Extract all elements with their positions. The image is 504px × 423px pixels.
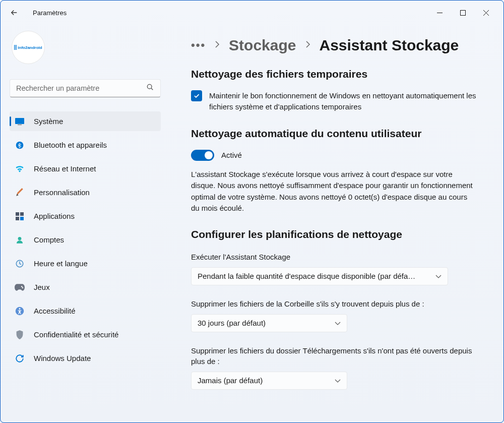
svg-point-13 — [18, 237, 22, 240]
toggle-state-label: Activé — [221, 151, 242, 159]
svg-point-18 — [19, 308, 21, 310]
svg-rect-1 — [460, 10, 465, 15]
close-button[interactable] — [474, 5, 497, 21]
svg-rect-11 — [16, 217, 19, 220]
maximize-button[interactable] — [451, 5, 474, 21]
brush-icon — [15, 188, 25, 198]
nav-item-apps[interactable]: Applications — [10, 206, 161, 226]
svg-line-5 — [151, 88, 153, 90]
window-title: Paramètres — [33, 9, 67, 17]
downloads-label: Supprimer les fichiers du dossier Téléch… — [191, 345, 473, 367]
nav-label: Accessibilité — [34, 307, 76, 315]
wifi-icon — [15, 164, 25, 174]
breadcrumb-ellipsis[interactable]: ••• — [191, 39, 206, 52]
dropdown-value: 30 jours (par défaut) — [198, 319, 266, 327]
nav-item-windows-update[interactable]: Windows Update — [10, 348, 161, 368]
apps-icon — [15, 211, 25, 221]
nav-item-accessibility[interactable]: Accessibilité — [10, 301, 161, 321]
svg-rect-7 — [18, 125, 22, 125]
nav-label: Personnalisation — [34, 188, 90, 197]
nav-item-system[interactable]: Système — [10, 111, 161, 131]
dropdown-value: Jamais (par défaut) — [198, 376, 263, 385]
sidebar: info2android Système — [1, 25, 167, 422]
nav-label: Réseau et Internet — [34, 164, 96, 173]
user-avatar[interactable]: info2android — [12, 31, 45, 64]
svg-point-16 — [22, 287, 24, 288]
globe-clock-icon — [15, 259, 25, 269]
run-schedule-label: Exécuter l'Assistant Stockage — [191, 252, 473, 262]
nav-item-gaming[interactable]: Jeux — [10, 277, 161, 297]
svg-point-4 — [147, 84, 152, 89]
temp-cleanup-label: Maintenir le bon fonctionnement de Windo… — [209, 90, 488, 112]
section-heading-auto: Nettoyage automatique du contenu utilisa… — [191, 128, 488, 140]
section-heading-temp: Nettoyage des fichiers temporaires — [191, 68, 488, 80]
auto-cleanup-description: L'assistant Stockage s'exécute lorsque v… — [191, 169, 473, 214]
search-box[interactable] — [10, 79, 161, 97]
search-input[interactable] — [16, 84, 146, 92]
temp-cleanup-checkbox[interactable] — [191, 90, 202, 101]
svg-rect-6 — [15, 118, 24, 124]
update-icon — [15, 353, 25, 364]
nav-item-time-language[interactable]: Heure et langue — [10, 254, 161, 273]
svg-point-15 — [21, 286, 23, 287]
nav-label: Heure et langue — [34, 259, 88, 268]
recycle-bin-dropdown[interactable]: 30 jours (par défaut) — [191, 314, 347, 332]
minimize-button[interactable] — [428, 5, 451, 21]
gamepad-icon — [15, 282, 25, 292]
nav-item-personalization[interactable]: Personnalisation — [10, 183, 161, 202]
svg-rect-10 — [20, 212, 24, 216]
nav-item-network[interactable]: Réseau et Internet — [10, 159, 161, 178]
nav-label: Windows Update — [34, 354, 91, 362]
recycle-bin-label: Supprimer les fichiers de la Corbeille s… — [191, 298, 473, 309]
nav-label: Bluetooth et appareils — [34, 141, 107, 149]
nav-item-bluetooth[interactable]: Bluetooth et appareils — [10, 135, 161, 155]
title-bar: Paramètres — [1, 1, 503, 25]
nav-label: Confidentialité et sécurité — [34, 330, 118, 339]
nav-label: Comptes — [34, 235, 64, 244]
dropdown-value: Pendant la faible quantité d'espace disq… — [198, 272, 415, 280]
run-schedule-dropdown[interactable]: Pendant la faible quantité d'espace disq… — [191, 267, 448, 285]
system-icon — [15, 116, 25, 127]
nav-label: Applications — [34, 212, 75, 220]
search-icon — [146, 83, 154, 93]
nav-label: Système — [34, 117, 63, 126]
chevron-right-icon — [215, 40, 220, 50]
accessibility-icon — [15, 306, 25, 316]
nav-item-privacy[interactable]: Confidentialité et sécurité — [10, 325, 161, 344]
nav-item-accounts[interactable]: Comptes — [10, 230, 161, 250]
breadcrumb-parent[interactable]: Stockage — [229, 37, 296, 54]
downloads-dropdown[interactable]: Jamais (par défaut) — [191, 372, 347, 390]
back-icon[interactable] — [10, 8, 19, 17]
nav-list: Système Bluetooth et appareils Réseau et… — [10, 111, 161, 368]
auto-cleanup-toggle[interactable] — [191, 150, 214, 161]
chevron-down-icon — [335, 376, 341, 385]
avatar-logo: info2android — [18, 45, 42, 50]
person-icon — [15, 235, 25, 245]
breadcrumb: ••• Stockage Assistant Stockage — [191, 37, 488, 54]
nav-label: Jeux — [34, 283, 50, 291]
main-content: ••• Stockage Assistant Stockage Nettoyag… — [167, 25, 503, 422]
chevron-down-icon — [335, 319, 341, 327]
shield-icon — [15, 330, 25, 340]
chevron-right-icon — [305, 40, 310, 50]
breadcrumb-current: Assistant Stockage — [320, 37, 459, 54]
svg-rect-12 — [20, 217, 24, 220]
section-heading-schedules: Configurer les planifications de nettoya… — [191, 228, 488, 240]
bluetooth-icon — [15, 140, 25, 150]
chevron-down-icon — [435, 272, 442, 280]
svg-rect-9 — [16, 212, 19, 216]
